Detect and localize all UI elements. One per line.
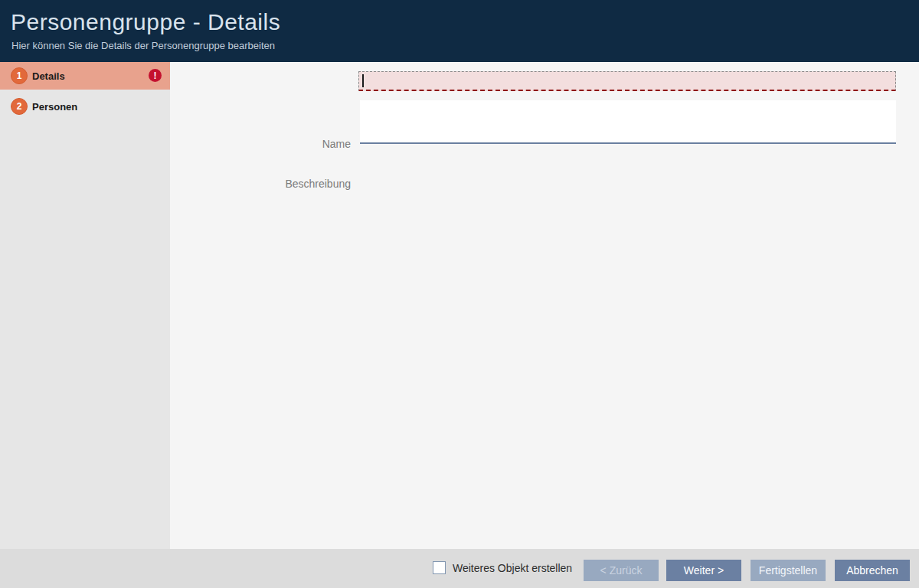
- description-field-label: Beschreibung: [175, 178, 351, 190]
- step-number-badge: 2: [11, 98, 28, 115]
- step-label: Details: [32, 70, 65, 82]
- next-button[interactable]: Weiter >: [666, 560, 741, 581]
- name-input[interactable]: [358, 71, 896, 91]
- wizard-footer: Weiteres Objekt erstellen < Zurück Weite…: [0, 549, 919, 588]
- page-subtitle: Hier können Sie die Details der Personen…: [11, 40, 275, 51]
- cancel-button[interactable]: Abbrechen: [835, 560, 910, 581]
- page-title: Personengruppe - Details: [11, 9, 280, 35]
- step-label: Personen: [32, 101, 77, 113]
- step-item-personen[interactable]: 2 Personen: [0, 90, 170, 123]
- step-item-details[interactable]: 1 Details !: [0, 62, 170, 90]
- wizard-header: Personengruppe - Details Hier können Sie…: [0, 0, 919, 62]
- wizard-window: Personengruppe - Details Hier können Sie…: [0, 0, 919, 588]
- name-field-label: Name: [175, 138, 351, 150]
- finish-button[interactable]: Fertigstellen: [751, 560, 826, 581]
- details-form: Name Beschreibung: [170, 62, 919, 549]
- back-button[interactable]: < Zurück: [584, 560, 659, 581]
- wizard-step-sidebar: 1 Details ! 2 Personen: [0, 62, 170, 549]
- text-caret: [362, 74, 364, 87]
- error-icon: !: [149, 69, 162, 82]
- description-textarea[interactable]: [360, 100, 896, 144]
- create-another-checkbox[interactable]: [433, 561, 446, 574]
- step-number-badge: 1: [11, 67, 28, 84]
- create-another-label: Weiteres Objekt erstellen: [453, 562, 572, 574]
